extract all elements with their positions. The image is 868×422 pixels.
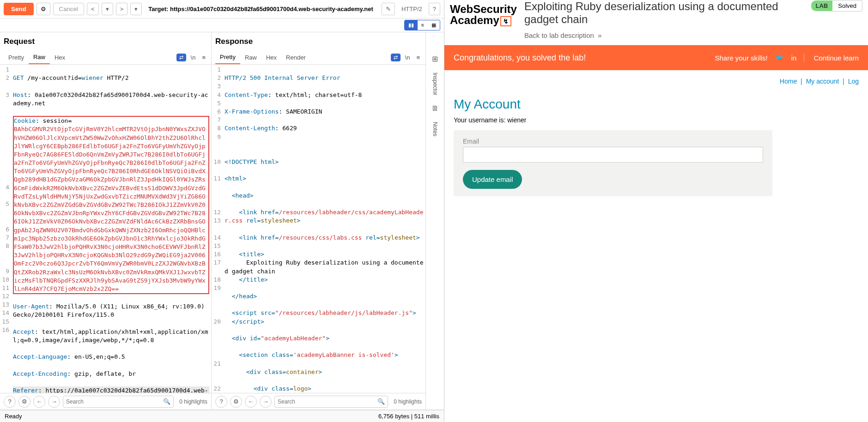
email-input[interactable] [463, 147, 763, 163]
req-method: GET [13, 74, 24, 81]
request-tab-raw[interactable]: Raw [29, 51, 50, 64]
session-cookie-value: BAhbCGMVR2VtOjpTcGVjRmV0Y2hlcmMTR2VtOjpJ… [14, 126, 206, 292]
email-label: Email [463, 138, 763, 145]
newline-toggle-icon[interactable]: \n [403, 53, 412, 62]
target-label: Target: https://0a1e007c0320d42b82fa65d9… [148, 6, 379, 12]
username-line: Your username is: wiener [454, 116, 859, 124]
response-tab-hex[interactable]: Hex [261, 51, 281, 64]
inspector-icon[interactable]: ⊞ [428, 51, 442, 67]
request-tab-hex[interactable]: Hex [50, 51, 70, 64]
wsa-logo: WebSecurity Academy↯ [450, 0, 517, 26]
lab-status: LAB Solved [811, 0, 862, 12]
account-title: My Account [454, 97, 859, 112]
wrap-toggle-icon[interactable]: ⇄ [176, 54, 186, 61]
history-forward-button[interactable]: > [116, 3, 128, 15]
search-icon: 🔍 [163, 398, 170, 405]
solved-label: Solved [832, 0, 862, 12]
share-label: Share your skills! [715, 54, 768, 62]
request-search-box[interactable]: 🔍 [63, 396, 174, 408]
linkedin-icon[interactable]: in [791, 54, 797, 62]
request-help-button[interactable]: ? [4, 396, 16, 408]
request-gutter: 12 3 4 5 678 910111213141516 [0, 65, 11, 393]
back-to-lab-link[interactable]: Back to lab description » [524, 31, 804, 39]
cookie-highlight: Cookie: session=BAhbCGMVR2VtOjpTcGVjRmV0… [13, 116, 209, 294]
logo-icon: ↯ [500, 16, 511, 26]
request-settings-button[interactable]: ⚙ [18, 396, 30, 408]
request-editor[interactable]: 12 3 4 5 678 910111213141516 GET /my-acc… [0, 65, 211, 393]
request-menu-icon[interactable]: ≡ [200, 53, 207, 62]
inspector-tab[interactable]: Inspector [430, 67, 440, 101]
response-gutter: 123456789 10 11 1213 14151617 1819 20 21… [212, 65, 223, 393]
email-form: Email Update email [454, 130, 772, 196]
cancel-button[interactable]: Cancel [53, 3, 85, 15]
layout-combined-button[interactable]: ▦ [428, 20, 440, 30]
help-button[interactable]: ? [429, 3, 440, 15]
search-icon: 🔍 [377, 398, 385, 405]
status-ready: Ready [5, 413, 22, 420]
log-link[interactable]: Log [848, 78, 859, 85]
http-version-label: HTTP/2 [401, 6, 422, 12]
update-email-button[interactable]: Update email [463, 170, 522, 189]
response-header: Response [212, 32, 425, 51]
burp-toolbar: Send ⚙ Cancel < ▾ > ▾ Target: https://0a… [0, 0, 444, 18]
notes-icon[interactable]: 🗎 [428, 101, 443, 116]
congrats-text: Congratulations, you solved the lab! [454, 53, 586, 63]
request-search-prev-button[interactable]: ← [33, 396, 45, 408]
response-editor[interactable]: 123456789 10 11 1213 14151617 1819 20 21… [212, 65, 425, 393]
wrap-toggle-icon[interactable]: ⇄ [391, 54, 401, 61]
response-search-input[interactable] [278, 398, 377, 405]
response-search-prev-button[interactable]: ← [245, 396, 257, 408]
response-menu-icon[interactable]: ≡ [414, 53, 422, 62]
history-forward-menu[interactable]: ▾ [130, 3, 142, 15]
response-highlights-label: 0 highlights [394, 398, 422, 405]
request-tab-pretty[interactable]: Pretty [4, 51, 29, 64]
selected-referer-line: Referer: https://0a1e007c0320d42b82fa65d… [13, 386, 209, 393]
response-tab-raw[interactable]: Raw [240, 51, 261, 64]
send-button[interactable]: Send [4, 3, 34, 15]
continue-learning-link[interactable]: Continue learn [804, 54, 859, 62]
layout-rows-button[interactable]: ≡ [418, 20, 428, 30]
edit-target-button[interactable]: ✎ [382, 3, 395, 15]
layout-columns-button[interactable]: ▮▮ [405, 20, 418, 30]
history-back-menu[interactable]: ▾ [102, 3, 113, 15]
request-highlights-label: 0 highlights [179, 398, 207, 405]
response-tab-render[interactable]: Render [281, 51, 310, 64]
request-search-input[interactable] [66, 398, 163, 405]
lab-badge: LAB [811, 0, 833, 11]
status-bytes: 6,756 bytes | 511 millis [378, 413, 439, 420]
response-search-box[interactable]: 🔍 [274, 396, 388, 408]
lab-title: Exploiting Ruby deserialization using a … [524, 0, 804, 26]
home-link[interactable]: Home [780, 78, 797, 85]
layout-toggle-row: ▮▮ ≡ ▦ [0, 18, 444, 32]
response-tab-pretty[interactable]: Pretty [215, 51, 240, 64]
response-help-button[interactable]: ? [215, 396, 227, 408]
response-settings-button[interactable]: ⚙ [230, 396, 242, 408]
congrats-bar: Congratulations, you solved the lab! Sha… [444, 45, 868, 70]
request-search-next-button[interactable]: → [48, 396, 60, 408]
send-options-button[interactable]: ⚙ [36, 3, 50, 15]
history-back-button[interactable]: < [87, 3, 99, 15]
page-links: Home | My account | Log [444, 70, 868, 92]
notes-tab[interactable]: Notes [430, 116, 440, 142]
my-account-link[interactable]: My account [806, 78, 839, 85]
response-search-next-button[interactable]: → [260, 396, 272, 408]
request-header: Request [0, 32, 211, 51]
newline-toggle-icon[interactable]: \n [189, 53, 198, 62]
twitter-icon[interactable]: 🐦 [775, 54, 784, 62]
